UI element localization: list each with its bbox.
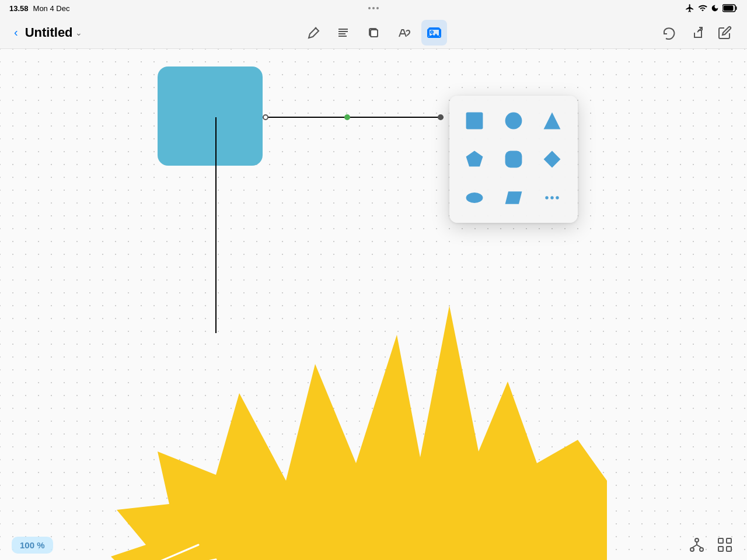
svg-point-3: [315, 27, 317, 29]
grid-icon[interactable]: [714, 534, 735, 555]
bottom-right-icons: [686, 534, 735, 555]
shape-parallelogram-button[interactable]: [498, 182, 529, 214]
svg-point-26: [556, 196, 559, 199]
svg-point-17: [505, 113, 522, 130]
svg-marker-18: [544, 113, 561, 130]
svg-point-25: [551, 196, 554, 199]
media-tool-icon[interactable]: [421, 20, 447, 46]
shape-stadium-button[interactable]: [459, 182, 490, 214]
shape-picker-popup: [449, 96, 578, 223]
shape-diamond-button[interactable]: [536, 144, 568, 175]
share-icon[interactable]: [684, 20, 710, 46]
text-tool-icon[interactable]: [330, 20, 356, 46]
line-endpoint-right: [438, 114, 444, 120]
connection-line-vertical: [215, 117, 217, 333]
svg-rect-35: [718, 547, 723, 551]
zoom-badge[interactable]: 100 %: [12, 537, 53, 554]
status-bar: 13.58 Mon 4 Dec: [0, 0, 747, 16]
line-endpoint-left: [263, 114, 268, 120]
moon-icon: [711, 4, 719, 12]
canvas[interactable]: [0, 49, 747, 560]
svg-rect-2: [724, 6, 734, 11]
status-time: 13.58: [9, 4, 29, 13]
font-tool-icon[interactable]: [391, 20, 417, 46]
status-icons: [685, 4, 738, 13]
svg-point-29: [700, 548, 703, 551]
svg-rect-1: [736, 6, 737, 10]
battery-icon: [722, 4, 738, 12]
document-title: Untitled: [25, 25, 73, 40]
svg-line-32: [697, 545, 701, 548]
svg-marker-21: [544, 151, 561, 168]
connection-line-horizontal: [263, 117, 444, 118]
bottom-bar: 100 %: [0, 530, 747, 560]
blue-rectangle[interactable]: [158, 66, 263, 166]
shape-square-button[interactable]: [459, 105, 490, 136]
svg-marker-23: [505, 191, 522, 204]
hierarchy-icon[interactable]: [686, 534, 707, 555]
svg-marker-19: [466, 151, 483, 167]
airplane-icon: [685, 4, 694, 13]
svg-rect-34: [727, 538, 731, 543]
document-title-area[interactable]: Untitled ⌄: [25, 25, 82, 40]
svg-point-27: [695, 538, 699, 542]
shape-circle-button[interactable]: [498, 105, 529, 136]
svg-rect-9: [371, 30, 378, 37]
svg-rect-36: [727, 547, 731, 551]
edit-icon[interactable]: [712, 20, 738, 46]
layer-tool-icon[interactable]: [361, 20, 386, 46]
three-dots-indicator: [368, 0, 379, 16]
wifi-icon: [698, 4, 707, 13]
svg-point-14: [431, 31, 433, 33]
svg-rect-33: [718, 538, 723, 543]
back-button[interactable]: ‹: [9, 22, 23, 43]
toolbar-right-icons: [656, 20, 738, 46]
svg-point-28: [690, 548, 694, 551]
svg-rect-16: [466, 113, 483, 130]
title-dropdown-icon: ⌄: [75, 28, 82, 37]
svg-line-31: [692, 545, 697, 548]
svg-point-24: [546, 196, 549, 199]
undo-icon[interactable]: [656, 20, 682, 46]
toolbar: ‹ Untitled ⌄: [0, 16, 747, 49]
status-date: Mon 4 Dec: [33, 4, 70, 13]
toolbar-center-icons: [300, 20, 447, 46]
shape-roundedsquare-button[interactable]: [498, 144, 529, 175]
yellow-freehand-shape: [99, 276, 607, 560]
line-endpoint-mid: [344, 114, 350, 120]
pen-tool-icon[interactable]: [300, 20, 326, 46]
back-chevron-icon: ‹: [14, 26, 18, 39]
svg-rect-20: [505, 151, 522, 168]
shape-triangle-button[interactable]: [536, 105, 568, 136]
shape-pentagon-button[interactable]: [459, 144, 490, 175]
more-shapes-button[interactable]: [536, 182, 568, 214]
svg-point-22: [466, 192, 483, 203]
